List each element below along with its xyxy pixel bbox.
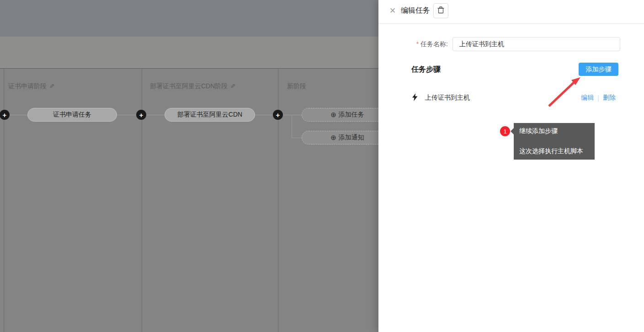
column-border xyxy=(278,69,278,332)
close-icon[interactable]: ✕ xyxy=(389,6,396,16)
link-separator: | xyxy=(597,94,599,102)
delete-step-link[interactable]: 删除 xyxy=(603,94,616,102)
step-name: 上传证书到主机 xyxy=(425,94,470,102)
tooltip-line2: 这次选择执行主机脚本 xyxy=(519,147,589,155)
red-arrow-annotation xyxy=(543,72,586,111)
task-name-row: * 任务名称: xyxy=(378,37,644,51)
stage-title-2: 部署证书至阿里云CDN阶段✎ xyxy=(150,82,235,91)
step-row: 上传证书到主机 编辑 | 删除 xyxy=(378,92,644,102)
lightning-icon xyxy=(412,93,418,103)
tooltip-line1: 继续添加步骤 xyxy=(519,127,589,135)
circle-plus-icon: ⊕ xyxy=(330,111,336,119)
column-border xyxy=(4,69,4,332)
connector-line xyxy=(292,138,302,138)
add-stage-button[interactable]: + xyxy=(273,110,283,120)
trash-icon xyxy=(437,6,444,15)
add-stage-button[interactable]: + xyxy=(0,110,10,120)
tutorial-tooltip: 继续添加步骤 这次选择执行主机脚本 xyxy=(514,123,595,160)
add-stage-button[interactable]: + xyxy=(136,110,146,120)
task-name-input[interactable] xyxy=(452,37,620,51)
drawer-title: 编辑任务 xyxy=(401,6,430,16)
task-pill-cert-apply[interactable]: 证书申请任务 xyxy=(27,108,117,122)
stage-title-3: 新阶段 xyxy=(287,82,306,91)
connector-line xyxy=(292,115,292,138)
steps-section-heading: 任务步骤 xyxy=(411,65,441,75)
required-marker: * xyxy=(416,40,419,48)
add-task-label: 添加任务 xyxy=(339,111,364,119)
task-name-label: * 任务名称: xyxy=(416,40,448,48)
delete-task-button[interactable] xyxy=(433,3,448,18)
drawer-header: ✕ 编辑任务 xyxy=(378,0,644,24)
add-notice-label: 添加通知 xyxy=(339,134,364,142)
circle-plus-icon: ⊕ xyxy=(330,134,336,142)
tooltip-arrow xyxy=(511,128,514,134)
column-border xyxy=(142,69,142,332)
edit-pencil-icon[interactable]: ✎ xyxy=(230,83,235,90)
task-pill-deploy-cdn[interactable]: 部署证书至阿里云CDN xyxy=(165,108,255,122)
edit-task-drawer: ✕ 编辑任务 * 任务名称: 任务步骤 添加步骤 上传证书到主机 编辑 | 删除 xyxy=(378,0,644,332)
edit-pencil-icon[interactable]: ✎ xyxy=(49,83,54,90)
stage-title-1: 证书申请阶段✎ xyxy=(8,82,54,91)
step-number-badge: 1 xyxy=(500,126,510,136)
